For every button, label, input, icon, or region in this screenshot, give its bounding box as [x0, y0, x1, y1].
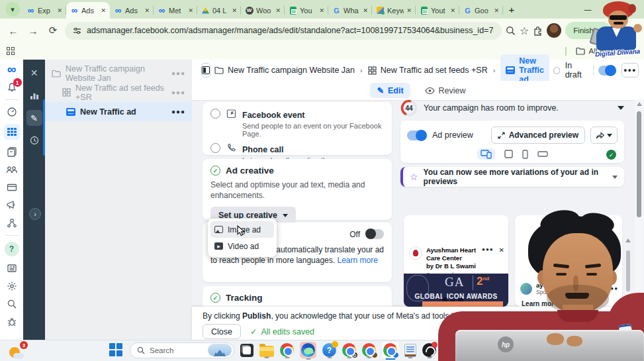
tab-close-icon[interactable]: ✕ [275, 7, 281, 14]
taskbar-weather-widget[interactable]: 3 [9, 343, 26, 359]
breadcrumb-campaign[interactable]: New Traffic campaign Website Jan [228, 66, 355, 75]
reports-icon[interactable] [6, 146, 18, 158]
reload-button[interactable]: ⟳ [45, 25, 61, 36]
bookmark-star-icon[interactable]: ☆ [520, 25, 529, 37]
tab-close-icon[interactable]: ✕ [232, 7, 237, 14]
browser-tab[interactable]: GWha✕ [328, 2, 372, 19]
billing-icon[interactable] [6, 181, 18, 193]
close-button[interactable]: Close [203, 324, 241, 339]
device-wide-icon[interactable] [537, 151, 548, 157]
collapse-panel-button[interactable] [201, 63, 210, 77]
ad-preview-toggle[interactable] [407, 130, 427, 140]
tab-close-icon[interactable]: ✕ [363, 7, 368, 14]
device-desktop-mobile-icon[interactable] [477, 148, 495, 160]
zoom-icon[interactable] [506, 26, 516, 36]
tree-item-ad-selected[interactable]: New Traffic ad ●●● [45, 102, 192, 121]
rail-expand-chevron-icon[interactable]: › [29, 208, 41, 220]
breadcrumb-adset[interactable]: New Traffic ad set feeds +SR [381, 66, 488, 75]
file-explorer-icon[interactable] [259, 346, 274, 357]
tab-close-icon[interactable]: ✕ [319, 7, 324, 14]
scrollbar-thumb[interactable] [626, 250, 630, 291]
share-preview-button[interactable] [590, 127, 618, 144]
menu-item-video-ad[interactable]: ▶ Video ad [210, 238, 274, 254]
settings-gear-icon[interactable] [6, 280, 18, 292]
campaign-score-row[interactable]: 44 Your campaign has room to improve. [400, 99, 624, 117]
forward-button[interactable]: → [25, 25, 41, 36]
extensions-icon[interactable] [533, 26, 543, 36]
assets-icon[interactable] [6, 217, 18, 229]
tab-close-icon[interactable]: ✕ [188, 7, 193, 14]
variations-banner[interactable]: ☆ You can now see more variations of you… [400, 167, 624, 187]
chrome-profile-2-icon[interactable] [362, 343, 376, 357]
tab-close-icon[interactable]: ✕ [406, 7, 412, 14]
edge-icon[interactable] [301, 343, 315, 357]
browser-tab-active[interactable]: ∞Ads✕ [66, 2, 110, 19]
browser-tab[interactable]: ∞Ads✕ [110, 2, 154, 19]
ads-megaphone-icon[interactable] [6, 199, 18, 211]
tab-search-chevron-icon[interactable]: ▾ [5, 2, 20, 17]
chrome-profile-active-icon[interactable] [383, 343, 397, 357]
browser-tab[interactable]: Yout✕ [416, 2, 459, 19]
browser-tab[interactable]: ∞Exp✕ [23, 2, 66, 19]
languages-toggle[interactable] [365, 229, 384, 239]
meta-logo[interactable]: ∞ [6, 64, 18, 76]
chrome-icon[interactable] [280, 343, 294, 357]
rail-close-icon[interactable]: ✕ [26, 65, 42, 81]
notes-app-icon[interactable] [404, 344, 416, 357]
scroll-up-icon[interactable] [625, 238, 631, 242]
browser-tab[interactable]: ∞Met✕ [154, 2, 197, 19]
browser-profile-avatar[interactable] [547, 23, 561, 38]
tab-review[interactable]: Review [425, 86, 466, 95]
row-options-icon[interactable]: ●●● [171, 89, 185, 96]
audiences-icon[interactable] [6, 164, 18, 176]
advanced-preview-button[interactable]: Advanced preview [491, 127, 585, 144]
device-square-icon[interactable] [504, 150, 513, 158]
browser-tab[interactable]: 04 L✕ [197, 2, 241, 19]
scroll-up-icon[interactable] [637, 102, 642, 106]
account-overview-icon[interactable] [6, 106, 18, 118]
new-tab-button[interactable]: + [503, 0, 520, 19]
address-bar[interactable]: adsmanager.facebook.com/adsmanager/manag… [65, 22, 502, 40]
back-button[interactable]: ← [5, 25, 21, 36]
tab-close-icon[interactable]: ✕ [57, 7, 62, 14]
start-button[interactable] [109, 343, 124, 358]
rail-history-icon[interactable] [26, 132, 42, 148]
notifications-bell-icon[interactable]: 1 [6, 81, 18, 93]
learn-more-link[interactable]: Learn more [337, 256, 377, 265]
tab-close-icon[interactable]: ✕ [101, 7, 106, 14]
row-options-icon[interactable]: ●●● [171, 70, 185, 77]
radio-facebook-event[interactable] [210, 109, 220, 119]
row-options-icon[interactable]: ●●● [171, 108, 185, 115]
search-highlight-image[interactable] [208, 344, 232, 356]
post-options-icon[interactable]: ●●● [482, 246, 494, 252]
browser-tab[interactable]: GGoo✕ [459, 2, 503, 19]
rail-performance-icon[interactable] [26, 87, 42, 103]
obs-icon[interactable] [422, 343, 436, 357]
campaigns-icon[interactable] [4, 124, 20, 140]
browser-tab[interactable]: WWoo✕ [241, 2, 285, 19]
radio-phone-call[interactable] [210, 143, 220, 153]
rail-edit-icon[interactable]: ✎ [26, 110, 42, 126]
bug-report-icon[interactable] [6, 316, 18, 328]
tree-item-adset[interactable]: New Traffic ad set feeds +SR ●●● [45, 83, 192, 102]
browser-tab[interactable]: You✕ [285, 2, 328, 19]
apps-grid-icon[interactable] [7, 47, 15, 56]
tab-close-icon[interactable]: ✕ [144, 7, 150, 14]
task-view-icon[interactable] [240, 344, 253, 357]
scrollbar-thumb[interactable] [637, 111, 641, 217]
tab-close-icon[interactable]: ✕ [494, 7, 499, 14]
browser-tab[interactable]: Keyw✕ [372, 2, 416, 19]
help-icon[interactable]: ? [5, 242, 19, 256]
updates-icon[interactable] [6, 262, 18, 274]
score-chevron-icon[interactable] [618, 106, 624, 110]
tree-item-campaign[interactable]: New Traffic campaign Website Jan ●●● [45, 64, 192, 83]
ad-active-toggle[interactable] [598, 66, 616, 76]
tab-close-icon[interactable]: ✕ [450, 7, 455, 14]
device-phone-icon[interactable] [522, 150, 528, 159]
search-icon[interactable] [6, 298, 18, 310]
header-more-button[interactable]: ●●● [621, 63, 639, 77]
chrome-profile-d-icon[interactable]: D [342, 343, 356, 357]
banner-chevron-icon[interactable] [612, 176, 618, 179]
facebook-event-option[interactable]: Facebook event Send people to an event o… [210, 109, 384, 138]
help-app-icon[interactable]: ? [322, 343, 336, 357]
